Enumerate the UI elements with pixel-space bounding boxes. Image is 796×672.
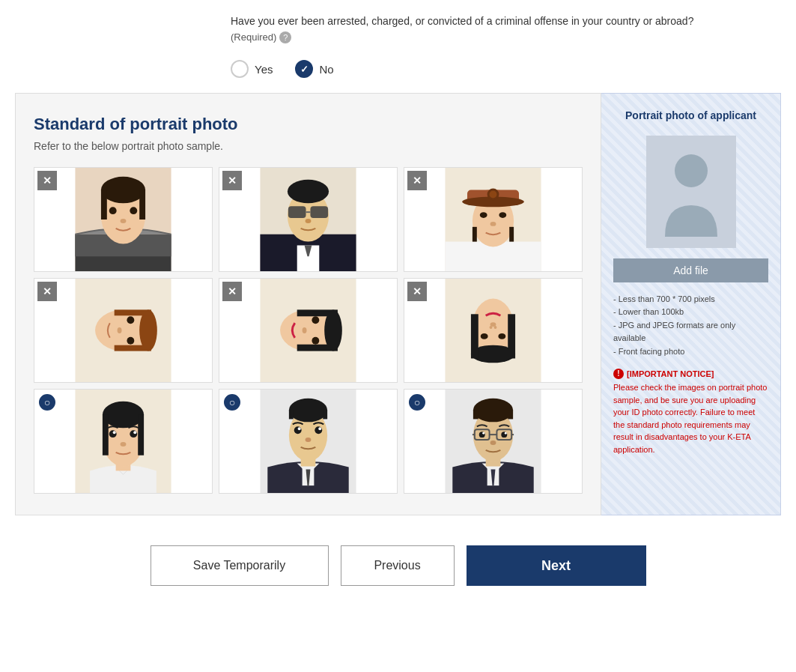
- photo-cell-4: ✕: [34, 278, 213, 383]
- svg-rect-40: [115, 345, 151, 351]
- portrait-standard-panel: Standard of portrait photo Refer to the …: [15, 93, 601, 515]
- no-label: No: [319, 63, 333, 76]
- svg-rect-39: [115, 309, 151, 315]
- sidebar-title: Portrait photo of applicant: [625, 109, 756, 124]
- svg-point-65: [133, 431, 136, 434]
- portrait-subtitle: Refer to the below portrait photo sample…: [34, 140, 583, 152]
- svg-point-35: [127, 316, 134, 324]
- svg-rect-57: [508, 314, 515, 358]
- notice-title: [IMPORTANT NOTICE]: [627, 368, 714, 381]
- svg-rect-16: [310, 206, 328, 218]
- yes-option[interactable]: Yes: [231, 60, 273, 78]
- svg-point-52: [481, 333, 488, 339]
- svg-point-27: [490, 191, 497, 199]
- svg-point-43: [312, 316, 319, 324]
- svg-point-79: [306, 438, 312, 442]
- svg-point-28: [480, 212, 487, 218]
- radio-group: Yes No: [0, 54, 796, 93]
- notice-text: Please check the images on portrait phot…: [613, 383, 767, 454]
- photo-cell-5: ✕: [219, 278, 398, 383]
- badge-x-2: ✕: [222, 171, 242, 190]
- svg-point-66: [121, 442, 127, 447]
- svg-rect-81: [289, 411, 294, 420]
- svg-point-76: [315, 426, 322, 434]
- photo-cell-6: ✕: [404, 278, 583, 383]
- no-option[interactable]: No: [295, 60, 333, 78]
- svg-point-38: [139, 309, 157, 351]
- svg-rect-58: [471, 314, 478, 358]
- badge-x-5: ✕: [222, 282, 242, 301]
- svg-point-19: [288, 180, 329, 204]
- badge-o-1: ○: [37, 393, 57, 412]
- svg-point-44: [312, 337, 319, 345]
- svg-rect-8: [101, 190, 107, 220]
- footer-buttons: Save Temporarily Previous Next: [0, 530, 796, 608]
- yes-label: Yes: [255, 63, 273, 76]
- svg-rect-31: [473, 227, 477, 242]
- svg-rect-100: [508, 411, 513, 420]
- portrait-sidebar: Portrait photo of applicant Add file - L…: [601, 93, 781, 515]
- save-temporarily-button[interactable]: Save Temporarily: [151, 545, 329, 586]
- photo-cell-2: ✕: [219, 167, 398, 272]
- req-1: - Less than 700 * 700 pixels: [613, 293, 768, 306]
- notice-icon: !: [613, 369, 624, 379]
- svg-point-62: [109, 430, 117, 438]
- svg-point-96: [505, 432, 507, 435]
- photo-cell-3: ✕: [404, 167, 583, 272]
- photo-placeholder: [646, 136, 736, 248]
- req-4: - Front facing photo: [613, 345, 768, 359]
- svg-rect-32: [509, 227, 514, 242]
- svg-rect-15: [288, 206, 306, 218]
- no-radio[interactable]: [295, 60, 313, 78]
- photo-cell-1: ✕: [34, 167, 213, 272]
- badge-x-3: ✕: [407, 171, 427, 190]
- svg-rect-48: [297, 345, 338, 351]
- svg-point-67: [103, 402, 144, 428]
- photo-requirements: - Less than 700 * 700 pixels - Lower tha…: [613, 293, 768, 359]
- criminal-question: Have you ever been arrested, charged, or…: [0, 0, 796, 54]
- svg-point-4: [109, 207, 117, 214]
- svg-point-51: [498, 333, 505, 339]
- svg-rect-68: [103, 415, 109, 455]
- question-text: Have you ever been arrested, charged, or…: [231, 15, 693, 27]
- badge-x-1: ✕: [37, 171, 57, 190]
- main-content: Standard of portrait photo Refer to the …: [15, 93, 781, 515]
- badge-x-4: ✕: [37, 282, 57, 301]
- required-label: (Required): [231, 31, 276, 43]
- help-icon[interactable]: ?: [279, 31, 291, 43]
- svg-point-98: [473, 399, 513, 423]
- svg-point-95: [482, 432, 484, 435]
- req-2: - Lower than 100kb: [613, 306, 768, 319]
- previous-button[interactable]: Previous: [341, 545, 455, 586]
- svg-rect-69: [138, 415, 144, 455]
- svg-point-101: [675, 154, 708, 187]
- svg-point-29: [499, 212, 506, 218]
- svg-point-77: [298, 427, 301, 430]
- photo-cell-9: ○: [404, 389, 583, 494]
- svg-point-97: [490, 441, 496, 445]
- add-file-button[interactable]: Add file: [613, 258, 768, 282]
- portrait-title: Standard of portrait photo: [34, 115, 583, 134]
- photo-cell-8: ○: [219, 389, 398, 494]
- svg-rect-9: [139, 190, 145, 220]
- svg-rect-47: [297, 309, 338, 316]
- svg-point-54: [493, 326, 496, 329]
- svg-point-63: [130, 430, 137, 438]
- svg-point-6: [121, 219, 127, 223]
- svg-point-30: [490, 222, 496, 226]
- svg-point-37: [118, 327, 122, 333]
- badge-o-3: ○: [407, 393, 427, 412]
- svg-point-18: [306, 219, 312, 223]
- silhouette-icon: [661, 147, 721, 237]
- next-button[interactable]: Next: [467, 545, 646, 586]
- svg-point-45: [303, 327, 307, 333]
- photo-cell-7: ○: [34, 389, 213, 494]
- svg-point-36: [127, 337, 134, 345]
- badge-x-6: ✕: [407, 282, 427, 301]
- badge-o-2: ○: [222, 393, 242, 412]
- svg-point-80: [289, 399, 327, 423]
- photo-grid: ✕: [34, 167, 583, 494]
- yes-radio[interactable]: [231, 60, 249, 78]
- svg-point-78: [318, 427, 321, 430]
- svg-point-55: [490, 326, 493, 329]
